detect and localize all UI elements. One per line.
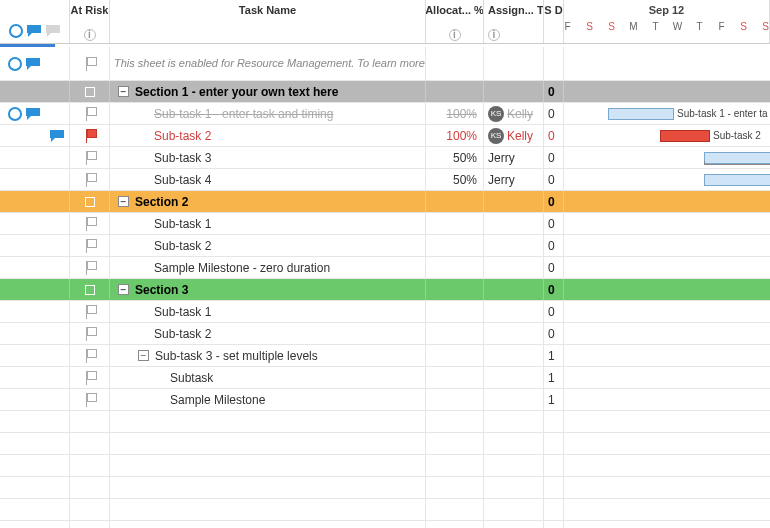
allocation-value: 100%: [446, 129, 477, 143]
comment-icon[interactable]: [26, 24, 42, 41]
section-title: Section 1 - enter your own text here: [135, 85, 338, 99]
task-row[interactable]: Sub-task 4 50% Jerry 0: [0, 169, 770, 191]
header-assigned-to[interactable]: Assign... To i: [484, 0, 544, 43]
section-title: Section 3: [135, 283, 188, 297]
task-row[interactable]: Sub-task 1 - enter task and timing 100% …: [0, 103, 770, 125]
flag-icon[interactable]: [84, 305, 96, 319]
task-row[interactable]: Subtask 1: [0, 367, 770, 389]
collapse-toggle[interactable]: −: [118, 284, 129, 295]
section-row[interactable]: −Section 1 - enter your own text here 0: [0, 81, 770, 103]
empty-row[interactable]: [0, 521, 770, 528]
task-name: Sample Milestone - zero duration: [154, 261, 330, 275]
flag-icon[interactable]: [84, 393, 96, 407]
empty-row[interactable]: [0, 455, 770, 477]
header-allocation[interactable]: Allocat... % i: [426, 0, 484, 43]
flag-icon[interactable]: [84, 151, 96, 165]
assignee: Jerry: [488, 173, 515, 187]
comment-icon[interactable]: [49, 129, 65, 143]
task-name: Sub-task 1 - enter task and timing: [154, 107, 333, 121]
task-name: Sub-task 1: [154, 305, 211, 319]
gantt-bar[interactable]: Sub-task 1 - enter ta: [608, 108, 674, 120]
comment-icon[interactable]: [25, 107, 41, 121]
column-header-row: At Risk i Task Name Allocat... % i Assig…: [0, 0, 770, 44]
empty-row[interactable]: [0, 433, 770, 455]
info-icon[interactable]: i: [84, 29, 96, 41]
flag-icon[interactable]: [84, 57, 96, 71]
section-row[interactable]: −Section 2 0: [0, 191, 770, 213]
header-task-name[interactable]: Task Name: [110, 0, 426, 43]
avatar: KS: [488, 106, 504, 122]
flag-icon[interactable]: [84, 327, 96, 341]
info-text: This sheet is enabled for Resource Manag…: [114, 53, 426, 75]
gantt-header: Sep 12 F S S M T W T F S S: [564, 0, 770, 43]
comment-icon[interactable]: [25, 57, 41, 71]
gantt-day-row: F S S M T W T F S S: [564, 21, 770, 33]
collapse-toggle[interactable]: −: [118, 86, 129, 97]
flag-icon[interactable]: [84, 239, 96, 253]
flag-icon[interactable]: [84, 173, 96, 187]
task-row[interactable]: Sample Milestone 1: [0, 389, 770, 411]
task-name: Sub-task 1: [154, 217, 211, 231]
checkbox-icon[interactable]: [85, 87, 95, 97]
task-name: Sub-task 3: [154, 151, 211, 165]
assignee: Kelly: [507, 129, 533, 143]
task-row[interactable]: Sub-task 2 0: [0, 323, 770, 345]
section-title: Section 2: [135, 195, 188, 209]
info-icon[interactable]: i: [488, 29, 500, 41]
flag-icon[interactable]: [84, 349, 96, 363]
collapse-toggle[interactable]: −: [138, 350, 149, 361]
section-row[interactable]: −Section 3 0: [0, 279, 770, 301]
avatar: KS: [488, 128, 504, 144]
flag-icon[interactable]: [84, 107, 96, 121]
flag-icon[interactable]: [84, 129, 96, 143]
assignee: Kelly: [507, 107, 533, 121]
task-name: Sub-task 4: [154, 173, 211, 187]
task-name: Subtask: [170, 371, 213, 385]
discussion-icon[interactable]: [9, 24, 23, 38]
task-row[interactable]: Sub-task 1 0: [0, 213, 770, 235]
task-name: Sub-task 2: [154, 327, 211, 341]
empty-row[interactable]: [0, 411, 770, 433]
info-icon[interactable]: i: [449, 29, 461, 41]
flag-icon[interactable]: [84, 371, 96, 385]
allocation-value: 50%: [453, 151, 477, 165]
sheet-grid: At Risk i Task Name Allocat... % i Assig…: [0, 0, 770, 528]
task-name: Sub-task 3 - set multiple levels: [155, 349, 318, 363]
task-row[interactable]: Sample Milestone - zero duration 0: [0, 257, 770, 279]
discussion-icon[interactable]: [8, 107, 22, 121]
task-row[interactable]: Sub-task 3 50% Jerry 0: [0, 147, 770, 169]
empty-row[interactable]: [0, 499, 770, 521]
attachment-icon[interactable]: [45, 24, 61, 41]
checkbox-icon[interactable]: [85, 285, 95, 295]
task-name: Sub-task 2: [154, 129, 211, 143]
header-at-risk[interactable]: At Risk i: [70, 0, 110, 43]
flag-icon[interactable]: [84, 261, 96, 275]
empty-row[interactable]: [0, 477, 770, 499]
header-comments[interactable]: [0, 0, 70, 43]
task-name: Sample Milestone: [170, 393, 265, 407]
task-row[interactable]: −Sub-task 3 - set multiple levels 1: [0, 345, 770, 367]
gantt-bar[interactable]: Sub-task 2: [660, 130, 710, 142]
task-row[interactable]: Sub-task 2 100% KSKelly 0 Sub-task 2: [0, 125, 770, 147]
allocation-value: 50%: [453, 173, 477, 187]
gantt-bar[interactable]: [704, 174, 770, 186]
checkbox-icon[interactable]: [85, 197, 95, 207]
header-start-date[interactable]: S D: [544, 0, 564, 43]
task-row[interactable]: Sub-task 1 0: [0, 301, 770, 323]
discussion-icon[interactable]: [8, 57, 22, 71]
gantt-week-label: Sep 12: [649, 4, 684, 17]
task-name: Sub-task 2: [154, 239, 211, 253]
task-row[interactable]: Sub-task 2 0: [0, 235, 770, 257]
info-row: This sheet is enabled for Resource Manag…: [0, 47, 770, 81]
allocation-value: 100%: [446, 107, 477, 121]
collapse-toggle[interactable]: −: [118, 196, 129, 207]
flag-icon[interactable]: [84, 217, 96, 231]
assignee: Jerry: [488, 151, 515, 165]
